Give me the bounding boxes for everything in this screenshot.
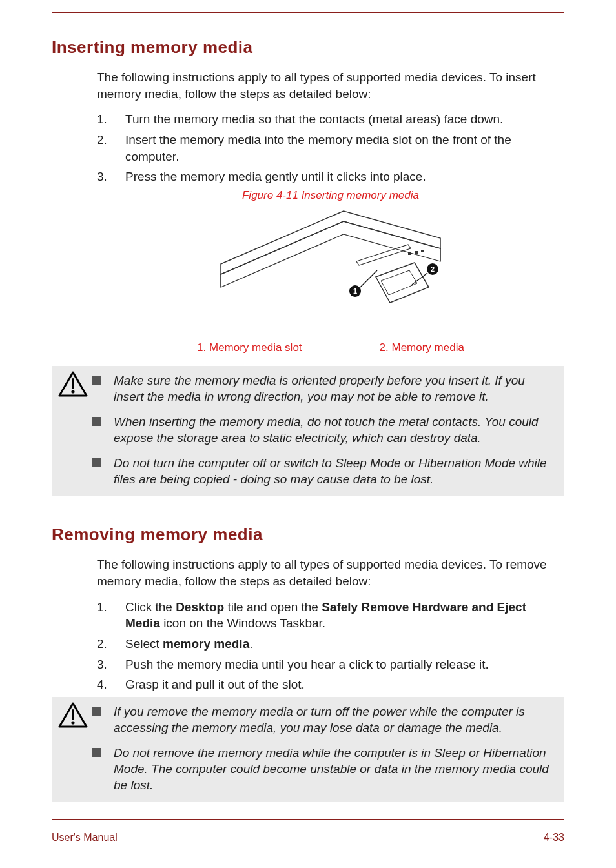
list-item: If you remove the memory media or turn o… xyxy=(92,703,555,736)
page-footer: User's Manual 4-33 xyxy=(52,832,564,843)
caution-block-2: If you remove the memory media or turn o… xyxy=(52,697,564,802)
legend-item-1: 1. Memory media slot xyxy=(197,341,302,354)
step-number: 1. xyxy=(97,111,125,128)
square-bullet-icon xyxy=(92,417,101,426)
document-page: Inserting memory media The following ins… xyxy=(0,0,616,868)
step-text: Grasp it and pull it out of the slot. xyxy=(125,676,564,693)
step-text: Click the Desktop tile and open the Safe… xyxy=(125,599,564,632)
step-number: 3. xyxy=(97,656,125,673)
svg-rect-13 xyxy=(408,252,411,255)
square-bullet-icon xyxy=(92,707,101,716)
list-item: 3. Push the memory media until you hear … xyxy=(97,656,564,673)
footer-left: User's Manual xyxy=(52,832,118,843)
step-text: Press the memory media gently until it c… xyxy=(125,168,564,185)
section-heading-inserting: Inserting memory media xyxy=(52,37,564,57)
caution-text: If you remove the memory media or turn o… xyxy=(114,703,555,736)
step-text: Push the memory media until you hear a c… xyxy=(125,656,564,673)
step-number: 2. xyxy=(97,132,125,148)
figure-legend: 1. Memory media slot 2. Memory media xyxy=(97,341,564,354)
svg-line-9 xyxy=(360,270,377,287)
caution-icon-col xyxy=(52,366,92,397)
caution-text: Do not turn the computer off or switch t… xyxy=(114,455,555,487)
svg-marker-5 xyxy=(376,263,429,303)
list-item: 4. Grasp it and pull it out of the slot. xyxy=(97,676,564,693)
caution-text: When inserting the memory media, do not … xyxy=(114,414,555,446)
step-text: Select memory media. xyxy=(125,636,564,652)
svg-point-18 xyxy=(71,390,74,393)
list-item: 1. Turn the memory media so that the con… xyxy=(97,111,564,128)
list-item: 2. Select memory media. xyxy=(97,636,564,652)
caution-icon xyxy=(58,702,88,728)
list-item: 1. Click the Desktop tile and open the S… xyxy=(97,599,564,632)
step-number: 2. xyxy=(97,636,125,652)
svg-rect-14 xyxy=(415,251,418,254)
square-bullet-icon xyxy=(92,458,101,467)
figure-illustration: 1 2 xyxy=(97,206,564,335)
legend-item-2: 2. Memory media xyxy=(380,341,464,354)
caution-text: Make sure the memory media is oriented p… xyxy=(114,372,555,405)
section2-intro: The following instructions apply to all … xyxy=(97,556,564,589)
step-number: 4. xyxy=(97,676,125,693)
caution-list-col: Make sure the memory media is oriented p… xyxy=(92,366,564,496)
svg-marker-4 xyxy=(356,245,411,265)
section2-steps: 1. Click the Desktop tile and open the S… xyxy=(97,599,564,693)
section1-intro: The following instructions apply to all … xyxy=(97,69,564,102)
svg-text:1: 1 xyxy=(353,287,357,295)
section1-body: The following instructions apply to all … xyxy=(97,69,564,354)
caution-list-1: Make sure the memory media is oriented p… xyxy=(92,372,555,487)
section1-steps: 1. Turn the memory media so that the con… xyxy=(97,111,564,185)
caution-icon-col xyxy=(52,697,92,728)
step-text: Turn the memory media so that the contac… xyxy=(125,111,564,128)
figure-caption: Figure 4-11 Inserting memory media xyxy=(97,189,564,202)
list-item: Do not remove the memory media while the… xyxy=(92,745,555,793)
bottom-rule xyxy=(52,819,564,820)
top-rule xyxy=(52,12,564,13)
caution-text: Do not remove the memory media while the… xyxy=(114,745,555,793)
list-item: Do not turn the computer off or switch t… xyxy=(92,455,555,487)
square-bullet-icon xyxy=(92,376,101,385)
memory-media-diagram: 1 2 xyxy=(214,206,447,335)
list-item: 3. Press the memory media gently until i… xyxy=(97,168,564,185)
list-item: Make sure the memory media is oriented p… xyxy=(92,372,555,405)
section2-body: The following instructions apply to all … xyxy=(97,556,564,692)
caution-list-col: If you remove the memory media or turn o… xyxy=(92,697,564,802)
section-heading-removing: Removing memory media xyxy=(52,525,564,545)
caution-icon xyxy=(58,371,88,397)
square-bullet-icon xyxy=(92,748,101,757)
step-number: 1. xyxy=(97,599,125,616)
caution-list-2: If you remove the memory media or turn o… xyxy=(92,703,555,793)
list-item: 2. Insert the memory media into the memo… xyxy=(97,132,564,165)
svg-point-21 xyxy=(71,721,74,724)
step-number: 3. xyxy=(97,168,125,185)
list-item: When inserting the memory media, do not … xyxy=(92,414,555,446)
caution-block-1: Make sure the memory media is oriented p… xyxy=(52,366,564,496)
svg-text:2: 2 xyxy=(431,265,435,273)
step-text: Insert the memory media into the memory … xyxy=(125,132,564,165)
footer-right: 4-33 xyxy=(544,832,564,843)
svg-rect-15 xyxy=(421,250,424,252)
